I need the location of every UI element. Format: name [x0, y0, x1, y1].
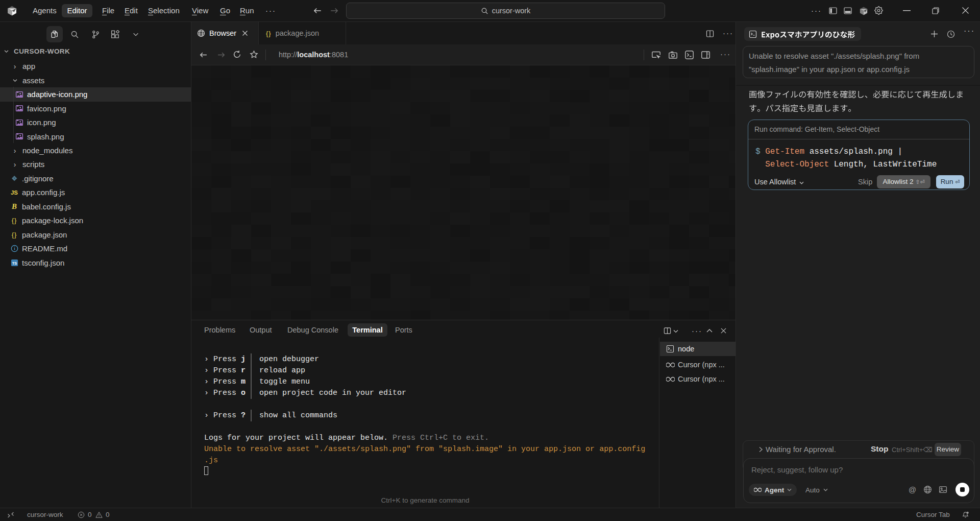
svg-text:TS: TS	[12, 260, 17, 265]
